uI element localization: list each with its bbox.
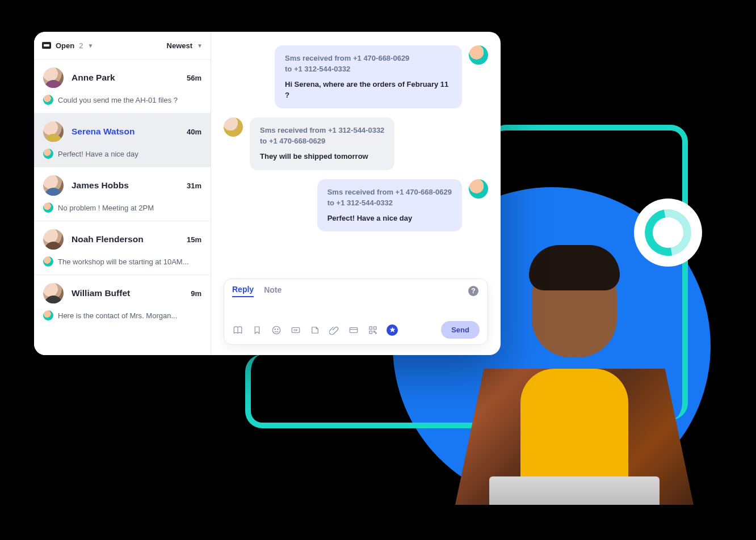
sender-mini-avatar: [43, 95, 53, 105]
message-text: Perfect! Have a nice day: [327, 213, 452, 224]
svg-rect-10: [374, 331, 375, 332]
svg-point-2: [278, 328, 278, 329]
message-text: They will be shipped tomorrow: [260, 151, 384, 162]
sticker-icon[interactable]: [309, 324, 321, 336]
sender-mini-avatar: [43, 310, 53, 320]
avatar: [469, 45, 488, 65]
bookmark-icon[interactable]: [251, 324, 263, 336]
avatar: [43, 175, 64, 196]
qr-icon[interactable]: [367, 324, 379, 336]
message-row: Sms received from +1 312-544-0332 to +1 …: [224, 117, 488, 170]
conversation-name: William Buffet: [72, 288, 183, 298]
avatar: [43, 68, 64, 88]
conversation-list: Anne Park 56m Could you send me the AH-0…: [34, 59, 211, 355]
conversation-sidebar: Open 2 ▼ Newest ▼ Anne Park 56m Could yo…: [34, 32, 211, 355]
message-text: Hi Serena, where are the orders of Febru…: [285, 79, 452, 101]
conversation-item[interactable]: William Buffet 9m Here is the contact of…: [34, 275, 211, 328]
avatar: [469, 179, 488, 199]
conversation-preview: The workshop will be starting at 10AM...: [58, 258, 189, 266]
sort-label: Newest: [167, 41, 193, 50]
emoji-icon[interactable]: [271, 324, 282, 336]
svg-point-1: [275, 328, 275, 329]
conversation-item[interactable]: Serena Watson 40m Perfect! Have a nice d…: [34, 113, 211, 167]
conversation-item[interactable]: Noah Flenderson 15m The workshop will be…: [34, 221, 211, 275]
svg-rect-11: [376, 332, 377, 334]
svg-rect-7: [369, 327, 372, 330]
gif-icon[interactable]: GIF: [290, 324, 301, 336]
sidebar-header: Open 2 ▼ Newest ▼: [34, 32, 211, 59]
card-icon[interactable]: [348, 324, 359, 336]
composer-toolbar: GIF: [232, 324, 398, 336]
chevron-down-icon: ▼: [197, 43, 203, 49]
composer-tabs: Reply Note: [232, 285, 480, 297]
conversation-time: 40m: [187, 128, 201, 136]
svg-point-0: [272, 326, 280, 334]
svg-rect-8: [374, 327, 377, 330]
conversation-item[interactable]: Anne Park 56m Could you send me the AH-0…: [34, 59, 211, 113]
message-meta: Sms received from +1 470-668-0629 to +1 …: [285, 53, 452, 75]
tab-reply[interactable]: Reply: [232, 285, 254, 297]
filter-label: Open: [56, 41, 74, 50]
conversation-name: James Hobbs: [72, 180, 179, 191]
conversation-time: 15m: [187, 235, 201, 244]
sort-dropdown[interactable]: Newest ▼: [167, 41, 203, 50]
message-composer: Reply Note ? GIF Send: [224, 279, 488, 345]
conversation-name: Anne Park: [72, 73, 179, 83]
avatar: [224, 117, 243, 137]
book-icon[interactable]: [232, 324, 243, 336]
sender-mini-avatar: [43, 149, 53, 159]
avatar: [43, 121, 64, 142]
avatar: [43, 283, 64, 303]
conversation-time: 56m: [187, 74, 201, 82]
attachment-icon[interactable]: [329, 324, 340, 336]
svg-text:GIF: GIF: [293, 329, 298, 332]
message-bubble: Sms received from +1 470-668-0629 to +1 …: [275, 45, 462, 108]
message-row: Sms received from +1 470-668-0629 to +1 …: [224, 179, 488, 232]
message-meta: Sms received from +1 312-544-0332 to +1 …: [260, 125, 384, 147]
svg-rect-9: [369, 331, 372, 334]
message-meta: Sms received from +1 470-668-0629 to +1 …: [327, 187, 452, 209]
conversation-time: 31m: [187, 182, 201, 190]
send-button[interactable]: Send: [441, 321, 480, 339]
star-icon[interactable]: [387, 324, 398, 336]
conversation-preview: Here is the contact of Mrs. Morgan...: [58, 311, 177, 320]
sender-mini-avatar: [43, 202, 53, 213]
inbox-app: Open 2 ▼ Newest ▼ Anne Park 56m Could yo…: [34, 32, 501, 355]
conversation-item[interactable]: James Hobbs 31m No problem ! Meeting at …: [34, 167, 211, 221]
message-row: Sms received from +1 470-668-0629 to +1 …: [224, 45, 488, 108]
message-bubble: Sms received from +1 312-544-0332 to +1 …: [250, 117, 394, 170]
chevron-down-icon: ▼: [87, 43, 93, 49]
svg-rect-5: [350, 327, 358, 332]
chat-pane: Sms received from +1 470-668-0629 to +1 …: [211, 32, 501, 355]
sender-mini-avatar: [43, 256, 53, 267]
conversation-time: 9m: [191, 289, 201, 298]
conversation-preview: Could you send me the AH-01 files ?: [58, 96, 178, 104]
conversation-preview: No problem ! Meeting at 2PM: [58, 204, 154, 212]
tab-note[interactable]: Note: [264, 285, 282, 297]
help-icon[interactable]: ?: [468, 286, 478, 296]
conversation-name: Noah Flenderson: [72, 234, 179, 244]
conversation-preview: Perfect! Have a nice day: [58, 150, 138, 158]
filter-dropdown[interactable]: Open 2 ▼: [42, 41, 93, 50]
filter-count: 2: [79, 41, 83, 50]
inbox-icon: [42, 42, 51, 49]
conversation-name: Serena Watson: [72, 126, 179, 137]
avatar: [43, 229, 64, 250]
message-bubble: Sms received from +1 470-668-0629 to +1 …: [317, 179, 462, 232]
